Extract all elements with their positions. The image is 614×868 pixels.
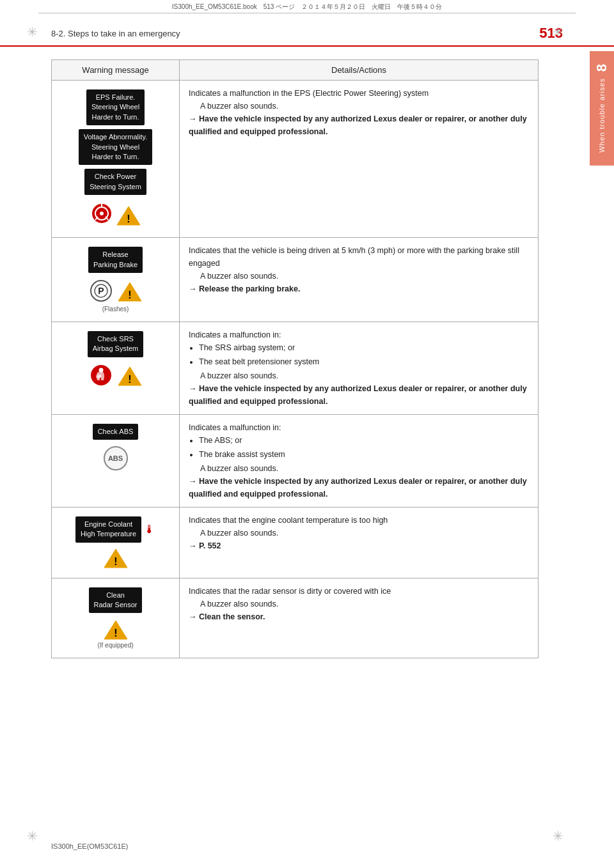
steering-icon	[91, 203, 113, 228]
flashes-label: (Flashes)	[102, 306, 129, 313]
col-details-header: Details/Actions	[180, 60, 539, 81]
caution-triangle-eps: !	[116, 205, 141, 226]
warn-box-radar: CleanRadar Sensor	[89, 587, 143, 614]
srs-person-icon	[90, 364, 113, 389]
warning-messages-abs: Check ABS ABS	[58, 424, 173, 470]
details-cell-parking: Indicates that the vehicle is being driv…	[180, 238, 539, 322]
details-text-coolant: Indicates that the engine coolant temper…	[189, 514, 529, 552]
page-header: 8-2. Steps to take in an emergency 513	[0, 13, 614, 47]
details-text-abs: Indicates a malfunction in: The ABS; or …	[189, 421, 529, 500]
warning-messages-eps: EPS Failure.Steering WheelHarder to Turn…	[58, 89, 173, 228]
caution-triangle-srs: !	[118, 366, 142, 387]
table-row: Check ABS ABS Indicates a malfunction in…	[52, 414, 539, 507]
details-cell-eps: Indicates a malfunction in the EPS (Elec…	[180, 81, 539, 238]
warning-messages-coolant: Engine CoolantHigh Temperature 🌡 !	[58, 516, 173, 569]
corner-decoration-tr: ✳	[549, 23, 567, 41]
details-cell-coolant: Indicates that the engine coolant temper…	[180, 507, 539, 578]
table-row: Check SRSAirbag System	[52, 322, 539, 414]
section-title: 8-2. Steps to take in an emergency	[51, 29, 528, 38]
warning-messages-parking: ReleaseParking Brake P	[58, 247, 173, 313]
book-info: IS300h_EE_OM53C61E.book 513 ページ ２０１４年５月２…	[172, 3, 442, 10]
svg-text:!: !	[114, 556, 117, 567]
details-text-srs: Indicates a malfunction in: The SRS airb…	[189, 329, 529, 408]
corner-decoration-br: ✳	[549, 827, 567, 845]
details-cell-srs: Indicates a malfunction in: The SRS airb…	[180, 322, 539, 414]
warn-box-abs: Check ABS	[93, 424, 139, 440]
details-cell-abs: Indicates a malfunction in: The ABS; or …	[180, 414, 539, 507]
details-cell-radar: Indicates that the radar sensor is dirty…	[180, 578, 539, 658]
parking-icons: P !	[90, 279, 142, 304]
parking-brake-icon: P	[90, 279, 113, 304]
abs-badge: ABS	[104, 446, 128, 470]
caution-triangle-coolant: !	[104, 548, 128, 569]
warning-cell-eps: EPS Failure.Steering WheelHarder to Turn…	[52, 81, 180, 238]
footer-model: IS300h_EE(OM53C61E)	[51, 842, 128, 850]
coolant-symbol: 🌡	[144, 523, 155, 536]
warn-box-parking: ReleaseParking Brake	[88, 247, 143, 273]
warn-box-srs: Check SRSAirbag System	[88, 331, 144, 357]
table-row: Engine CoolantHigh Temperature 🌡 !	[52, 507, 539, 578]
svg-point-15	[96, 375, 101, 378]
warning-cell-parking: ReleaseParking Brake P	[52, 238, 180, 322]
caution-triangle-parking: !	[118, 281, 142, 302]
chapter-label: When trouble arises	[598, 78, 606, 153]
caution-triangle-radar: !	[104, 619, 128, 640]
coolant-icons: !	[104, 548, 128, 569]
chapter-sidebar: 8 When trouble arises	[590, 51, 614, 166]
table-row: ReleaseParking Brake P	[52, 238, 539, 322]
col-warning-header: Warning message	[52, 60, 180, 81]
warning-messages-radar: CleanRadar Sensor ! (If equipped)	[58, 587, 173, 649]
table-row: CleanRadar Sensor ! (If equipped)	[52, 578, 539, 658]
svg-text:P: P	[98, 286, 104, 296]
warn-box-eps3: Check PowerSteering System	[84, 169, 146, 195]
corner-decoration-bl: ✳	[23, 827, 41, 845]
srs-icons: !	[90, 364, 142, 389]
warn-box-coolant: Engine CoolantHigh Temperature	[75, 516, 141, 543]
corner-decoration-tl: ✳	[23, 23, 41, 41]
svg-point-5	[100, 212, 104, 215]
warning-cell-abs: Check ABS ABS	[52, 414, 180, 507]
svg-text:!: !	[127, 213, 130, 224]
details-text-eps: Indicates a malfunction in the EPS (Elec…	[189, 87, 529, 138]
svg-text:!: !	[114, 628, 117, 639]
chapter-number: 8	[594, 64, 610, 72]
abs-icons: ABS	[104, 446, 128, 470]
coolant-warn-box-wrap: Engine CoolantHigh Temperature 🌡	[75, 516, 155, 543]
eps-icons: !	[91, 203, 141, 228]
svg-text:!: !	[128, 374, 131, 385]
warn-box-eps2: Voltage Abnormality.Steering WheelHarder…	[79, 129, 152, 165]
radar-icons: !	[104, 619, 128, 640]
warning-messages-srs: Check SRSAirbag System	[58, 331, 173, 389]
warning-cell-srs: Check SRSAirbag System	[52, 322, 180, 414]
main-content: Warning message Details/Actions EPS Fail…	[0, 47, 590, 684]
table-row: EPS Failure.Steering WheelHarder to Turn…	[52, 81, 539, 238]
details-text-radar: Indicates that the radar sensor is dirty…	[189, 585, 529, 623]
warning-table: Warning message Details/Actions EPS Fail…	[51, 59, 539, 658]
warning-cell-coolant: Engine CoolantHigh Temperature 🌡 !	[52, 507, 180, 578]
warn-box-eps1: EPS Failure.Steering WheelHarder to Turn…	[86, 89, 145, 125]
svg-text:!: !	[128, 290, 131, 300]
meta-bar: IS300h_EE_OM53C61E.book 513 ページ ２０１４年５月２…	[38, 0, 576, 13]
if-equipped-label: (If equipped)	[97, 642, 133, 649]
details-text-parking: Indicates that the vehicle is being driv…	[189, 244, 529, 295]
warning-cell-radar: CleanRadar Sensor ! (If equipped)	[52, 578, 180, 658]
